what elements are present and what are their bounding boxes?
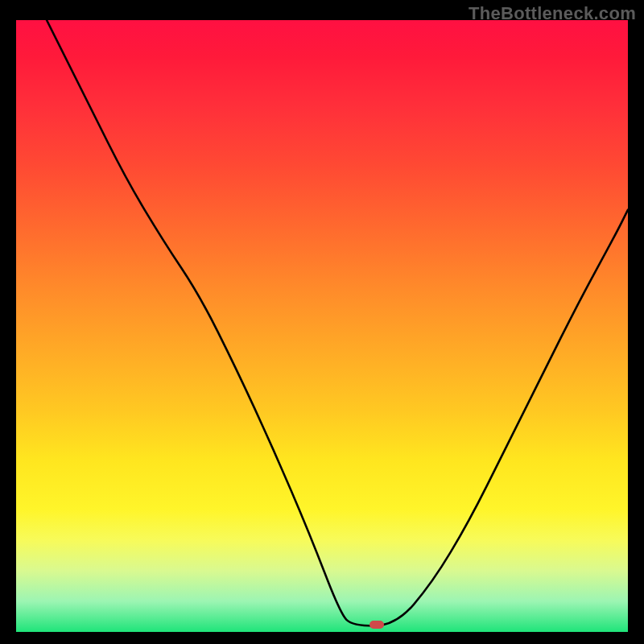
bottleneck-curve [16, 20, 628, 632]
chart-frame: TheBottleneck.com [0, 0, 644, 644]
plot-area [16, 20, 628, 632]
minimum-marker [369, 621, 384, 629]
watermark-text: TheBottleneck.com [469, 3, 636, 24]
curve-path [47, 20, 628, 625]
